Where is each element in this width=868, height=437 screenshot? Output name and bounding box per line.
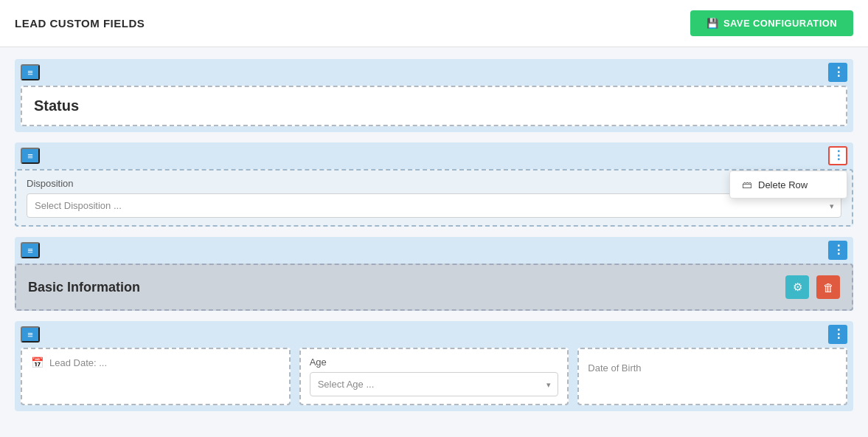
drag-icon: ≡ (27, 68, 33, 78)
disposition-kebab-button[interactable]: ⋮ (828, 146, 847, 165)
date-of-birth-field-box: Date of Birth (577, 348, 847, 405)
drag-icon: ≡ (27, 246, 33, 255)
settings-icon: ⚙ (793, 281, 802, 294)
disposition-select-wrapper: Select Disposition ... ▾ (27, 193, 841, 218)
basic-info-settings-button[interactable]: ⚙ (785, 275, 809, 299)
disposition-row-toolbar: ≡ ⋮ (15, 142, 853, 169)
age-select[interactable]: Select Age ... (310, 372, 559, 396)
delete-row-icon: 🗃 (742, 179, 752, 190)
delete-row-label: Delete Row (758, 179, 808, 190)
basic-info-kebab-button[interactable]: ⋮ (828, 241, 847, 260)
page-title: LEAD CUSTOM FIELDS (15, 17, 145, 30)
save-icon: 💾 (706, 18, 718, 29)
status-row-toolbar: ≡ ⋮ (15, 59, 853, 86)
disposition-row-container: ≡ ⋮ Disposition Select Disposition ... ▾… (15, 142, 853, 227)
drag-icon: ≡ (27, 330, 33, 340)
page-content: ≡ ⋮ Status ≡ ⋮ Disposition Select Dispos… (0, 47, 868, 423)
status-inner-box: Status (21, 86, 847, 126)
drag-icon: ≡ (27, 151, 33, 161)
basic-info-delete-button[interactable]: 🗑 (816, 275, 840, 299)
age-select-wrapper: Select Age ... ▾ (310, 372, 559, 396)
kebab-icon: ⋮ (833, 244, 844, 256)
disposition-drag-handle[interactable]: ≡ (21, 148, 40, 164)
age-label: Age (310, 357, 559, 368)
fields-kebab-button[interactable]: ⋮ (828, 325, 847, 344)
calendar-icon: 📅 (31, 357, 44, 368)
fields-drag-handle[interactable]: ≡ (21, 326, 40, 343)
status-title: Status (34, 97, 79, 114)
disposition-label: Disposition (27, 178, 841, 189)
save-configuration-button[interactable]: 💾 SAVE CONFIGURATION (690, 10, 853, 36)
fields-grid: 📅 Lead Date: ... Age Select Age ... ▾ (21, 348, 847, 405)
status-kebab-button[interactable]: ⋮ (828, 63, 847, 82)
lead-date-field-box: 📅 Lead Date: ... (21, 348, 291, 405)
basic-info-title: Basic Information (28, 280, 778, 295)
kebab-icon: ⋮ (833, 150, 844, 162)
status-drag-handle[interactable]: ≡ (21, 64, 40, 80)
kebab-icon: ⋮ (833, 328, 844, 340)
age-field-box: Age Select Age ... ▾ (299, 348, 569, 405)
kebab-dropdown-menu: 🗃 Delete Row (729, 171, 847, 199)
basic-info-drag-handle[interactable]: ≡ (21, 242, 40, 258)
fields-row-container: ≡ ⋮ 📅 Lead Date: ... Age (15, 321, 853, 411)
page-header: LEAD CUSTOM FIELDS 💾 SAVE CONFIGURATION (0, 0, 868, 47)
fields-row-toolbar: ≡ ⋮ (15, 321, 853, 348)
kebab-icon: ⋮ (833, 66, 844, 78)
trash-icon: 🗑 (823, 281, 834, 294)
lead-date-input: 📅 Lead Date: ... (31, 357, 280, 368)
status-row-container: ≡ ⋮ Status (15, 59, 853, 132)
disposition-select[interactable]: Select Disposition ... (27, 193, 841, 218)
fields-inner-wrapper: 📅 Lead Date: ... Age Select Age ... ▾ (21, 348, 847, 405)
basic-info-row-toolbar: ≡ ⋮ (15, 237, 853, 264)
basic-info-inner-box: Basic Information ⚙ 🗑 (15, 264, 853, 311)
delete-row-menu-item[interactable]: 🗃 Delete Row (730, 171, 847, 198)
basic-info-row-container: ≡ ⋮ Basic Information ⚙ 🗑 (15, 237, 853, 311)
disposition-inner-box: Disposition Select Disposition ... ▾ (15, 169, 853, 227)
date-of-birth-label: Date of Birth (588, 357, 837, 379)
lead-date-label: Lead Date: ... (49, 357, 107, 368)
